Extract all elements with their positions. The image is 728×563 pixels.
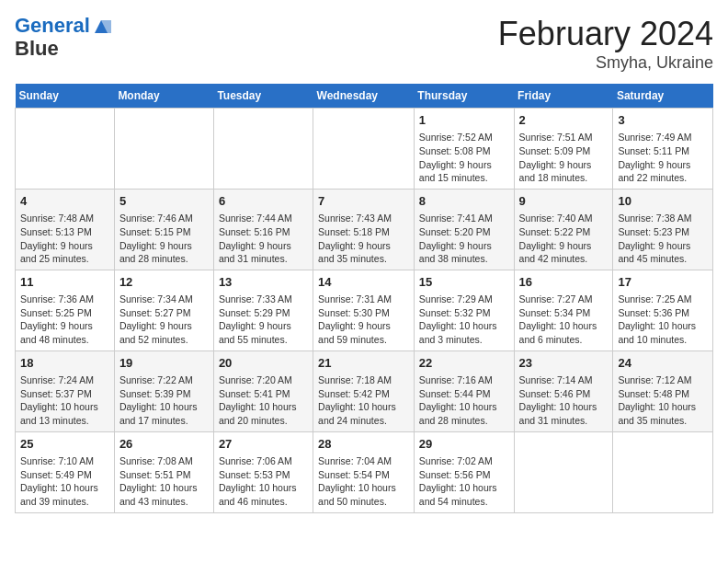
calendar-cell: 11Sunrise: 7:36 AM Sunset: 5:25 PM Dayli… xyxy=(16,270,115,350)
day-info: Sunrise: 7:51 AM Sunset: 5:09 PM Dayligh… xyxy=(519,131,609,185)
day-number: 22 xyxy=(419,355,509,372)
calendar-subtitle: Smyha, Ukraine xyxy=(498,53,713,73)
calendar-cell: 17Sunrise: 7:25 AM Sunset: 5:36 PM Dayli… xyxy=(613,270,713,350)
day-info: Sunrise: 7:46 AM Sunset: 5:15 PM Dayligh… xyxy=(119,212,209,266)
day-info: Sunrise: 7:44 AM Sunset: 5:16 PM Dayligh… xyxy=(219,212,308,266)
week-row-2: 4Sunrise: 7:48 AM Sunset: 5:13 PM Daylig… xyxy=(16,189,713,270)
day-info: Sunrise: 7:20 AM Sunset: 5:41 PM Dayligh… xyxy=(219,373,308,428)
day-number: 23 xyxy=(519,355,609,372)
day-number: 15 xyxy=(419,274,509,291)
calendar-cell: 23Sunrise: 7:14 AM Sunset: 5:46 PM Dayli… xyxy=(514,350,613,431)
header-cell-thursday: Thursday xyxy=(414,84,514,109)
header-cell-sunday: Sunday xyxy=(16,84,115,109)
calendar-cell: 4Sunrise: 7:48 AM Sunset: 5:13 PM Daylig… xyxy=(16,189,115,270)
day-info: Sunrise: 7:48 AM Sunset: 5:13 PM Dayligh… xyxy=(20,212,109,266)
calendar-cell: 18Sunrise: 7:24 AM Sunset: 5:37 PM Dayli… xyxy=(16,350,115,431)
day-info: Sunrise: 7:12 AM Sunset: 5:48 PM Dayligh… xyxy=(618,373,708,428)
header-cell-monday: Monday xyxy=(114,84,213,109)
header-cell-saturday: Saturday xyxy=(613,84,713,109)
calendar-cell: 26Sunrise: 7:08 AM Sunset: 5:51 PM Dayli… xyxy=(114,431,213,512)
day-number: 14 xyxy=(318,274,409,291)
logo-line2: Blue xyxy=(15,37,111,61)
calendar-title: February 2024 xyxy=(498,15,713,53)
day-number: 13 xyxy=(219,274,308,291)
day-number: 2 xyxy=(519,112,609,129)
title-block: February 2024 Smyha, Ukraine xyxy=(498,15,713,73)
day-info: Sunrise: 7:38 AM Sunset: 5:23 PM Dayligh… xyxy=(618,212,708,266)
calendar-cell: 27Sunrise: 7:06 AM Sunset: 5:53 PM Dayli… xyxy=(213,431,313,512)
calendar-cell: 29Sunrise: 7:02 AM Sunset: 5:56 PM Dayli… xyxy=(414,431,514,512)
logo-text: General xyxy=(15,15,111,37)
week-row-3: 11Sunrise: 7:36 AM Sunset: 5:25 PM Dayli… xyxy=(16,270,713,350)
day-number: 17 xyxy=(618,274,708,291)
day-number: 18 xyxy=(20,355,109,372)
day-info: Sunrise: 7:16 AM Sunset: 5:44 PM Dayligh… xyxy=(419,373,509,428)
day-info: Sunrise: 7:29 AM Sunset: 5:32 PM Dayligh… xyxy=(419,293,509,347)
day-number: 28 xyxy=(318,436,409,453)
page-header: General Blue February 2024 Smyha, Ukrain… xyxy=(15,15,713,73)
day-info: Sunrise: 7:34 AM Sunset: 5:27 PM Dayligh… xyxy=(119,293,209,347)
day-info: Sunrise: 7:31 AM Sunset: 5:30 PM Dayligh… xyxy=(318,293,409,347)
day-info: Sunrise: 7:04 AM Sunset: 5:54 PM Dayligh… xyxy=(318,454,409,509)
calendar-cell: 25Sunrise: 7:10 AM Sunset: 5:49 PM Dayli… xyxy=(16,431,115,512)
day-info: Sunrise: 7:33 AM Sunset: 5:29 PM Dayligh… xyxy=(219,293,308,347)
day-info: Sunrise: 7:10 AM Sunset: 5:49 PM Dayligh… xyxy=(20,454,109,509)
calendar-cell: 7Sunrise: 7:43 AM Sunset: 5:18 PM Daylig… xyxy=(313,189,415,270)
calendar-cell: 9Sunrise: 7:40 AM Sunset: 5:22 PM Daylig… xyxy=(514,189,613,270)
day-number: 29 xyxy=(419,436,509,453)
day-number: 3 xyxy=(618,112,708,129)
day-info: Sunrise: 7:41 AM Sunset: 5:20 PM Dayligh… xyxy=(419,212,509,266)
day-info: Sunrise: 7:36 AM Sunset: 5:25 PM Dayligh… xyxy=(20,293,109,347)
day-number: 24 xyxy=(618,355,708,372)
week-row-5: 25Sunrise: 7:10 AM Sunset: 5:49 PM Dayli… xyxy=(16,431,713,512)
day-info: Sunrise: 7:24 AM Sunset: 5:37 PM Dayligh… xyxy=(20,373,109,428)
day-number: 16 xyxy=(519,274,609,291)
day-number: 19 xyxy=(119,355,209,372)
day-number: 27 xyxy=(219,436,308,453)
day-number: 9 xyxy=(519,193,609,210)
logo-icon xyxy=(91,17,111,37)
calendar-cell: 5Sunrise: 7:46 AM Sunset: 5:15 PM Daylig… xyxy=(114,189,213,270)
calendar-cell xyxy=(313,109,415,190)
calendar-cell xyxy=(16,109,115,190)
calendar-cell: 2Sunrise: 7:51 AM Sunset: 5:09 PM Daylig… xyxy=(514,109,613,190)
header-cell-friday: Friday xyxy=(514,84,613,109)
calendar-cell xyxy=(613,431,713,512)
calendar-cell: 15Sunrise: 7:29 AM Sunset: 5:32 PM Dayli… xyxy=(414,270,514,350)
day-number: 4 xyxy=(20,193,109,210)
header-cell-wednesday: Wednesday xyxy=(313,84,415,109)
calendar-cell: 1Sunrise: 7:52 AM Sunset: 5:08 PM Daylig… xyxy=(414,109,514,190)
day-number: 26 xyxy=(119,436,209,453)
calendar-cell: 14Sunrise: 7:31 AM Sunset: 5:30 PM Dayli… xyxy=(313,270,415,350)
day-number: 11 xyxy=(20,274,109,291)
calendar-cell: 3Sunrise: 7:49 AM Sunset: 5:11 PM Daylig… xyxy=(613,109,713,190)
day-number: 6 xyxy=(219,193,308,210)
calendar-cell: 12Sunrise: 7:34 AM Sunset: 5:27 PM Dayli… xyxy=(114,270,213,350)
calendar-cell: 21Sunrise: 7:18 AM Sunset: 5:42 PM Dayli… xyxy=(313,350,415,431)
calendar-cell: 10Sunrise: 7:38 AM Sunset: 5:23 PM Dayli… xyxy=(613,189,713,270)
day-info: Sunrise: 7:49 AM Sunset: 5:11 PM Dayligh… xyxy=(618,131,708,185)
day-number: 25 xyxy=(20,436,109,453)
calendar-cell: 6Sunrise: 7:44 AM Sunset: 5:16 PM Daylig… xyxy=(213,189,313,270)
day-number: 21 xyxy=(318,355,409,372)
day-info: Sunrise: 7:25 AM Sunset: 5:36 PM Dayligh… xyxy=(618,293,708,347)
calendar-cell: 13Sunrise: 7:33 AM Sunset: 5:29 PM Dayli… xyxy=(213,270,313,350)
day-info: Sunrise: 7:22 AM Sunset: 5:39 PM Dayligh… xyxy=(119,373,209,428)
calendar-cell: 8Sunrise: 7:41 AM Sunset: 5:20 PM Daylig… xyxy=(414,189,514,270)
calendar-cell: 20Sunrise: 7:20 AM Sunset: 5:41 PM Dayli… xyxy=(213,350,313,431)
day-info: Sunrise: 7:43 AM Sunset: 5:18 PM Dayligh… xyxy=(318,212,409,266)
day-info: Sunrise: 7:18 AM Sunset: 5:42 PM Dayligh… xyxy=(318,373,409,428)
day-info: Sunrise: 7:06 AM Sunset: 5:53 PM Dayligh… xyxy=(219,454,308,509)
day-info: Sunrise: 7:40 AM Sunset: 5:22 PM Dayligh… xyxy=(519,212,609,266)
calendar-cell: 19Sunrise: 7:22 AM Sunset: 5:39 PM Dayli… xyxy=(114,350,213,431)
day-number: 7 xyxy=(318,193,409,210)
day-number: 12 xyxy=(119,274,209,291)
day-info: Sunrise: 7:14 AM Sunset: 5:46 PM Dayligh… xyxy=(519,373,609,428)
header-cell-tuesday: Tuesday xyxy=(213,84,313,109)
week-row-4: 18Sunrise: 7:24 AM Sunset: 5:37 PM Dayli… xyxy=(16,350,713,431)
day-number: 8 xyxy=(419,193,509,210)
day-info: Sunrise: 7:27 AM Sunset: 5:34 PM Dayligh… xyxy=(519,293,609,347)
svg-marker-1 xyxy=(101,20,111,33)
calendar-cell: 16Sunrise: 7:27 AM Sunset: 5:34 PM Dayli… xyxy=(514,270,613,350)
calendar-cell: 24Sunrise: 7:12 AM Sunset: 5:48 PM Dayli… xyxy=(613,350,713,431)
